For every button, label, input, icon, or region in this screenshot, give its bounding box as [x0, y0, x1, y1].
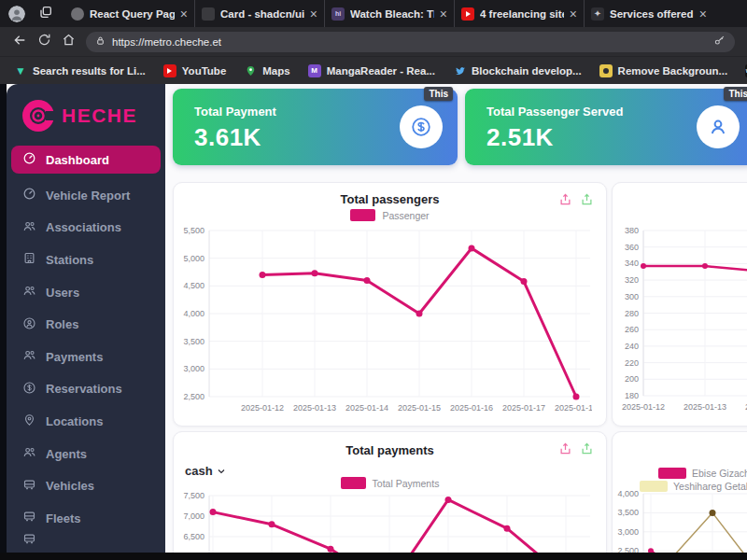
card-title: Total Payment: [194, 105, 276, 119]
tab-title: Card - shadcn/ui: [220, 8, 304, 20]
bookmark-remove-bg[interactable]: Remove Backgroun...: [599, 64, 728, 77]
sparkle-favicon: ✦: [591, 7, 604, 21]
sidebar-nav: Vehicle Report Associations Stations Use…: [7, 179, 165, 546]
role-icon: [22, 316, 36, 333]
this-badge: This: [424, 87, 453, 101]
sidebar-item-reservations[interactable]: Reservations: [7, 373, 165, 406]
right-top-chart-card: 1802002202402602803003203403603802025-01…: [612, 182, 747, 427]
bookmark-mangareader[interactable]: MMangaReader - Rea...: [308, 64, 435, 77]
sidebar-item-vehicles[interactable]: Vehicles: [7, 469, 165, 502]
svg-text:180: 180: [625, 391, 639, 400]
tab-services[interactable]: ✦ Services offered by A ×: [584, 0, 713, 27]
tab-close-icon[interactable]: ×: [440, 7, 447, 21]
map-pin-icon: [22, 413, 36, 429]
svg-text:240: 240: [625, 342, 639, 351]
tab-shadcn[interactable]: Card - shadcn/ui ×: [194, 0, 324, 27]
svg-text:2,500: 2,500: [183, 392, 204, 401]
sidebar-item-stations[interactable]: Stations: [7, 244, 165, 276]
svg-text:2025-01-12: 2025-01-12: [622, 402, 665, 412]
tab-bleach[interactable]: hi Watch Bleach: Thousa ×: [324, 0, 454, 27]
sidebar-item-dashboard[interactable]: Dashboard: [11, 146, 161, 174]
passengers-line-chart: 2,5003,0003,5004,0004,5005,0005,5002025-…: [181, 225, 592, 419]
people-icon: [22, 284, 36, 301]
tab-close-icon[interactable]: ×: [310, 7, 317, 21]
chevron-down-icon: [216, 466, 227, 477]
back-icon[interactable]: [12, 33, 27, 51]
tab-react-query[interactable]: React Query Paginatio ×: [64, 0, 194, 27]
chart-legend: Total Payments: [174, 477, 606, 489]
tab-title: Watch Bleach: Thousa: [350, 8, 434, 20]
svg-text:2025-01-12: 2025-01-12: [241, 403, 284, 413]
svg-text:4,000: 4,000: [183, 309, 204, 318]
lock-icon: [95, 35, 106, 48]
sidebar-item-payments[interactable]: Payments: [7, 341, 165, 373]
tab-title: Services offered by A: [610, 8, 694, 20]
drivers-line-chart: 2,5003,0003,5004,0002025-01-122025-01-13…: [616, 488, 747, 560]
sidebar-item-vehicle-report[interactable]: Vehicle Report: [7, 179, 165, 212]
export-pink-icon[interactable]: [558, 441, 572, 455]
svg-text:4,500: 4,500: [183, 281, 204, 290]
payment-method-dropdown[interactable]: cash: [185, 464, 227, 478]
cheche-logo[interactable]: HECHE: [20, 97, 165, 134]
browser-toolbar: https://metro.cheche.et: [0, 27, 747, 56]
dashboard-main: Total Payment 3.61K This Total Passenger…: [165, 84, 747, 560]
svg-text:2025-01-15: 2025-01-15: [398, 403, 441, 413]
svg-text:3,500: 3,500: [183, 337, 204, 346]
tab-title: 4 freelancing sites I us: [480, 8, 564, 20]
svg-text:2025-01-16: 2025-01-16: [450, 403, 493, 413]
bookmark-blockchain[interactable]: Blockchain develop...: [453, 64, 582, 77]
tab-close-icon[interactable]: ×: [180, 7, 188, 21]
chart-title: Total payments: [174, 443, 606, 457]
refresh-icon[interactable]: [37, 33, 51, 50]
export-green-icon[interactable]: [580, 192, 594, 206]
gauge-icon: [22, 187, 36, 203]
address-bar[interactable]: https://metro.cheche.et: [86, 32, 735, 52]
svg-text:7,500: 7,500: [183, 491, 204, 500]
tab-freelancing[interactable]: 4 freelancing sites I us ×: [454, 0, 584, 27]
sidebar-item-users[interactable]: Users: [7, 276, 165, 309]
twitter-bird-icon: [453, 64, 466, 77]
youtube-icon: [163, 64, 176, 77]
sidebar-item-locations[interactable]: Locations: [7, 405, 165, 438]
home-icon[interactable]: [62, 33, 76, 50]
building-icon: [22, 251, 36, 268]
sidebar-item-associations[interactable]: Associations: [7, 212, 165, 245]
anime-favicon: hi: [331, 7, 345, 21]
page-left-strip: [0, 84, 7, 560]
svg-text:2025-01-18: 2025-01-18: [555, 403, 592, 413]
key-icon[interactable]: [713, 35, 726, 49]
right-bottom-chart-card: Ebise Gizachew Yeshihareg Getahun 2,5003…: [612, 431, 747, 560]
map-pin-icon: [244, 64, 257, 77]
youtube-favicon: [461, 7, 474, 21]
export-pink-icon[interactable]: [558, 192, 572, 206]
browser-profile-avatar[interactable]: [8, 6, 25, 22]
card-value: 3.61K: [194, 123, 261, 152]
tab-close-icon[interactable]: ×: [570, 7, 577, 21]
browser-window: React Query Paginatio × Card - shadcn/ui…: [0, 0, 747, 560]
bookmark-youtube[interactable]: YouTube: [163, 64, 226, 77]
sidebar-item-agents[interactable]: Agents: [7, 438, 165, 470]
sidebar-item-partial[interactable]: [7, 535, 165, 546]
bookmark-maps[interactable]: Maps: [244, 64, 289, 77]
tab-strip: React Query Paginatio × Card - shadcn/ui…: [0, 0, 747, 27]
dollar-circle-icon: [22, 381, 36, 398]
cheche-logo-icon: [20, 97, 57, 134]
people-icon: [22, 445, 36, 462]
tab-groups-icon[interactable]: [38, 5, 53, 23]
sidebar-item-roles[interactable]: Roles: [7, 308, 165, 341]
export-green-icon[interactable]: [580, 441, 594, 455]
tab-title: React Query Paginatio: [90, 8, 175, 20]
bus-icon: [22, 532, 36, 549]
sidebar-item-fleets[interactable]: Fleets: [7, 502, 165, 535]
brand-text: HECHE: [62, 105, 137, 127]
legend-swatch: [341, 477, 366, 489]
people-icon: [22, 348, 36, 365]
svg-text:2025-01-13: 2025-01-13: [684, 402, 726, 412]
legend-label: Total Payments: [373, 478, 440, 489]
react-query-favicon: [71, 7, 84, 21]
people-icon: [22, 219, 36, 236]
tab-close-icon[interactable]: ×: [699, 7, 707, 21]
svg-text:2025-01-14: 2025-01-14: [345, 403, 388, 413]
dollar-circle-icon: [400, 105, 443, 148]
bookmark-search-results[interactable]: ▼Search results for Li...: [14, 64, 146, 77]
